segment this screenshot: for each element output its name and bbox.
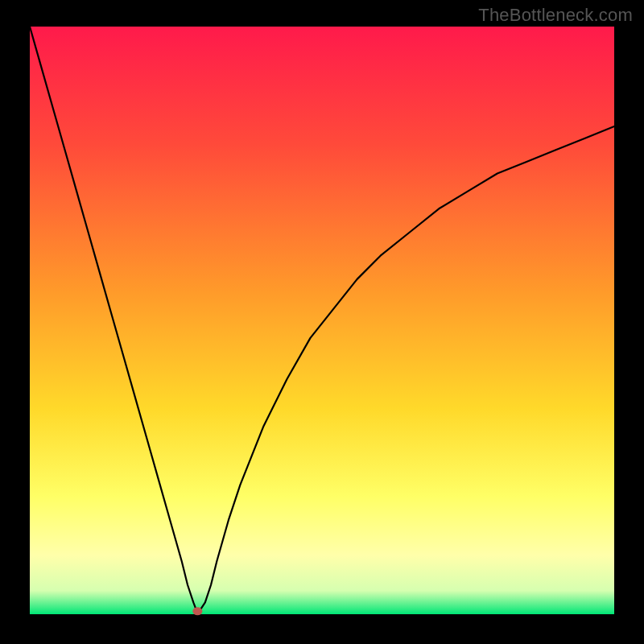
bottleneck-plot <box>0 0 644 644</box>
min-point-marker <box>192 607 202 615</box>
chart-frame: TheBottleneck.com <box>0 0 644 644</box>
plot-background <box>30 27 614 614</box>
